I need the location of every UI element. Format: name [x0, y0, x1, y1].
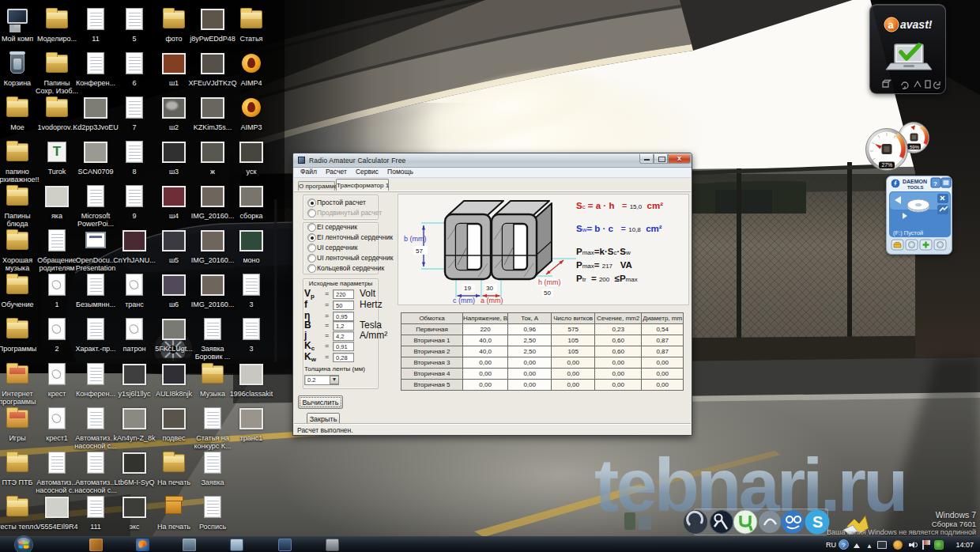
svg-text:h (mm): h (mm): [538, 278, 561, 286]
svg-text:c (mm): c (mm): [453, 297, 475, 304]
svg-text:27%: 27%: [882, 162, 893, 168]
svg-text:DAEMON: DAEMON: [903, 179, 927, 184]
svg-text:30: 30: [486, 285, 493, 292]
svg-text:avast!: avast!: [900, 18, 933, 31]
svg-text:a (mm): a (mm): [481, 297, 503, 304]
svg-text:59%: 59%: [910, 145, 920, 149]
svg-text:?: ?: [933, 180, 937, 187]
svg-text:b (mm): b (mm): [404, 235, 427, 243]
svg-text:S: S: [812, 513, 823, 531]
svg-text:19: 19: [464, 285, 471, 292]
svg-text:TOOLS: TOOLS: [907, 185, 924, 190]
svg-text:(F:) Пустой: (F:) Пустой: [893, 229, 923, 236]
svg-text:a: a: [888, 19, 895, 31]
svg-text:50: 50: [544, 289, 551, 297]
svg-text:57: 57: [416, 248, 423, 255]
